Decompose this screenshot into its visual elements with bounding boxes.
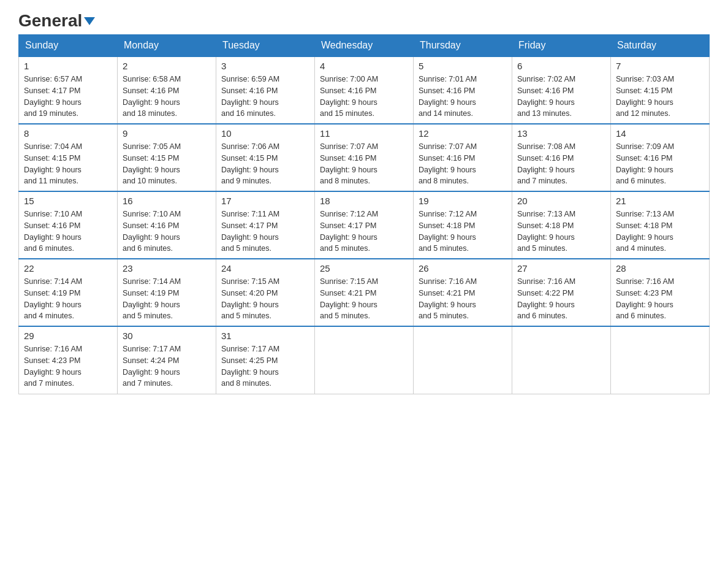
column-header-wednesday: Wednesday	[315, 35, 414, 57]
column-header-tuesday: Tuesday	[216, 35, 315, 57]
day-number: 7	[616, 61, 704, 71]
calendar-cell: 5Sunrise: 7:01 AMSunset: 4:16 PMDaylight…	[414, 56, 512, 124]
calendar-cell: 20Sunrise: 7:13 AMSunset: 4:18 PMDayligh…	[512, 191, 611, 259]
logo-text: General	[18, 12, 95, 29]
day-info: Sunrise: 7:15 AMSunset: 4:21 PMDaylight:…	[320, 276, 408, 322]
calendar-cell: 23Sunrise: 7:14 AMSunset: 4:19 PMDayligh…	[118, 259, 216, 326]
calendar-cell: 8Sunrise: 7:04 AMSunset: 4:15 PMDaylight…	[19, 124, 118, 191]
column-header-saturday: Saturday	[611, 35, 710, 57]
day-number: 30	[123, 331, 211, 341]
calendar-cell: 19Sunrise: 7:12 AMSunset: 4:18 PMDayligh…	[414, 191, 512, 259]
day-number: 27	[517, 263, 605, 274]
calendar-cell: 29Sunrise: 7:16 AMSunset: 4:23 PMDayligh…	[19, 326, 118, 394]
day-number: 18	[320, 196, 408, 206]
day-number: 15	[24, 196, 112, 206]
day-info: Sunrise: 7:16 AMSunset: 4:23 PMDaylight:…	[616, 276, 704, 322]
day-info: Sunrise: 7:14 AMSunset: 4:19 PMDaylight:…	[24, 276, 112, 322]
calendar-cell	[315, 326, 414, 394]
day-number: 22	[24, 263, 112, 274]
day-info: Sunrise: 7:09 AMSunset: 4:16 PMDaylight:…	[616, 141, 704, 187]
column-header-monday: Monday	[118, 35, 216, 57]
calendar-cell: 2Sunrise: 6:58 AMSunset: 4:16 PMDaylight…	[118, 56, 216, 124]
calendar-cell: 31Sunrise: 7:17 AMSunset: 4:25 PMDayligh…	[216, 326, 315, 394]
day-number: 1	[24, 61, 112, 71]
day-info: Sunrise: 7:08 AMSunset: 4:16 PMDaylight:…	[517, 141, 605, 187]
day-number: 14	[616, 128, 704, 139]
calendar-cell: 10Sunrise: 7:06 AMSunset: 4:15 PMDayligh…	[216, 124, 315, 191]
calendar-cell	[512, 326, 611, 394]
day-number: 25	[320, 263, 408, 274]
calendar-cell: 7Sunrise: 7:03 AMSunset: 4:15 PMDaylight…	[611, 56, 710, 124]
day-info: Sunrise: 7:10 AMSunset: 4:16 PMDaylight:…	[24, 209, 112, 255]
calendar-cell: 22Sunrise: 7:14 AMSunset: 4:19 PMDayligh…	[19, 259, 118, 326]
day-number: 28	[616, 263, 704, 274]
day-info: Sunrise: 6:58 AMSunset: 4:16 PMDaylight:…	[123, 74, 211, 120]
calendar-cell	[611, 326, 710, 394]
calendar-cell: 16Sunrise: 7:10 AMSunset: 4:16 PMDayligh…	[118, 191, 216, 259]
day-number: 31	[221, 331, 309, 341]
week-row-1: 1Sunrise: 6:57 AMSunset: 4:17 PMDaylight…	[19, 56, 710, 124]
calendar-header-row: SundayMondayTuesdayWednesdayThursdayFrid…	[19, 35, 710, 57]
day-info: Sunrise: 6:57 AMSunset: 4:17 PMDaylight:…	[24, 74, 112, 120]
day-info: Sunrise: 7:07 AMSunset: 4:16 PMDaylight:…	[320, 141, 408, 187]
day-info: Sunrise: 7:11 AMSunset: 4:17 PMDaylight:…	[221, 209, 309, 255]
day-number: 29	[24, 331, 112, 341]
calendar-cell: 24Sunrise: 7:15 AMSunset: 4:20 PMDayligh…	[216, 259, 315, 326]
day-info: Sunrise: 7:16 AMSunset: 4:23 PMDaylight:…	[24, 343, 112, 389]
logo-general: General	[18, 11, 82, 30]
day-info: Sunrise: 7:17 AMSunset: 4:24 PMDaylight:…	[123, 343, 211, 389]
day-number: 24	[221, 263, 309, 274]
calendar-cell: 4Sunrise: 7:00 AMSunset: 4:16 PMDaylight…	[315, 56, 414, 124]
day-info: Sunrise: 7:05 AMSunset: 4:15 PMDaylight:…	[123, 141, 211, 187]
calendar-cell: 18Sunrise: 7:12 AMSunset: 4:17 PMDayligh…	[315, 191, 414, 259]
calendar-cell: 15Sunrise: 7:10 AMSunset: 4:16 PMDayligh…	[19, 191, 118, 259]
day-number: 26	[419, 263, 507, 274]
calendar-cell: 30Sunrise: 7:17 AMSunset: 4:24 PMDayligh…	[118, 326, 216, 394]
day-info: Sunrise: 7:14 AMSunset: 4:19 PMDaylight:…	[123, 276, 211, 322]
day-info: Sunrise: 7:16 AMSunset: 4:21 PMDaylight:…	[419, 276, 507, 322]
day-info: Sunrise: 7:13 AMSunset: 4:18 PMDaylight:…	[517, 209, 605, 255]
calendar-cell: 17Sunrise: 7:11 AMSunset: 4:17 PMDayligh…	[216, 191, 315, 259]
day-info: Sunrise: 7:01 AMSunset: 4:16 PMDaylight:…	[419, 74, 507, 120]
day-number: 13	[517, 128, 605, 139]
day-number: 19	[419, 196, 507, 206]
week-row-2: 8Sunrise: 7:04 AMSunset: 4:15 PMDaylight…	[19, 124, 710, 191]
calendar-cell: 12Sunrise: 7:07 AMSunset: 4:16 PMDayligh…	[414, 124, 512, 191]
calendar-cell: 11Sunrise: 7:07 AMSunset: 4:16 PMDayligh…	[315, 124, 414, 191]
day-info: Sunrise: 7:03 AMSunset: 4:15 PMDaylight:…	[616, 74, 704, 120]
calendar-cell: 27Sunrise: 7:16 AMSunset: 4:22 PMDayligh…	[512, 259, 611, 326]
day-number: 16	[123, 196, 211, 206]
calendar-cell: 28Sunrise: 7:16 AMSunset: 4:23 PMDayligh…	[611, 259, 710, 326]
day-number: 17	[221, 196, 309, 206]
day-number: 5	[419, 61, 507, 71]
page-header: General	[18, 12, 710, 28]
day-number: 12	[419, 128, 507, 139]
week-row-3: 15Sunrise: 7:10 AMSunset: 4:16 PMDayligh…	[19, 191, 710, 259]
day-number: 21	[616, 196, 704, 206]
calendar-cell: 14Sunrise: 7:09 AMSunset: 4:16 PMDayligh…	[611, 124, 710, 191]
column-header-sunday: Sunday	[19, 35, 118, 57]
calendar-cell: 26Sunrise: 7:16 AMSunset: 4:21 PMDayligh…	[414, 259, 512, 326]
day-number: 20	[517, 196, 605, 206]
day-info: Sunrise: 7:04 AMSunset: 4:15 PMDaylight:…	[24, 141, 112, 187]
calendar-table: SundayMondayTuesdayWednesdayThursdayFrid…	[18, 34, 710, 394]
logo-triangle-icon	[84, 17, 95, 25]
day-info: Sunrise: 7:15 AMSunset: 4:20 PMDaylight:…	[221, 276, 309, 322]
calendar-cell	[414, 326, 512, 394]
day-info: Sunrise: 7:12 AMSunset: 4:18 PMDaylight:…	[419, 209, 507, 255]
day-number: 23	[123, 263, 211, 274]
day-number: 8	[24, 128, 112, 139]
day-info: Sunrise: 6:59 AMSunset: 4:16 PMDaylight:…	[221, 74, 309, 120]
day-number: 9	[123, 128, 211, 139]
calendar-cell: 1Sunrise: 6:57 AMSunset: 4:17 PMDaylight…	[19, 56, 118, 124]
calendar-cell: 3Sunrise: 6:59 AMSunset: 4:16 PMDaylight…	[216, 56, 315, 124]
day-info: Sunrise: 7:02 AMSunset: 4:16 PMDaylight:…	[517, 74, 605, 120]
day-number: 4	[320, 61, 408, 71]
day-number: 6	[517, 61, 605, 71]
week-row-4: 22Sunrise: 7:14 AMSunset: 4:19 PMDayligh…	[19, 259, 710, 326]
calendar-cell: 25Sunrise: 7:15 AMSunset: 4:21 PMDayligh…	[315, 259, 414, 326]
day-info: Sunrise: 7:12 AMSunset: 4:17 PMDaylight:…	[320, 209, 408, 255]
day-info: Sunrise: 7:16 AMSunset: 4:22 PMDaylight:…	[517, 276, 605, 322]
calendar-cell: 21Sunrise: 7:13 AMSunset: 4:18 PMDayligh…	[611, 191, 710, 259]
day-number: 3	[221, 61, 309, 71]
